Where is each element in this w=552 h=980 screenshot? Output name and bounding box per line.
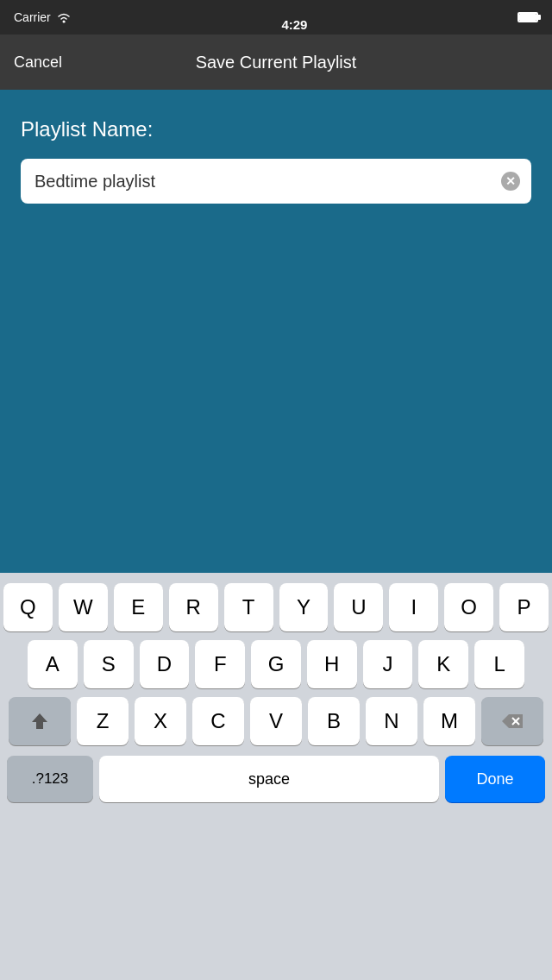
key-k[interactable]: K [418, 640, 468, 688]
key-g[interactable]: G [251, 640, 301, 688]
key-w[interactable]: W [59, 583, 108, 631]
delete-button[interactable] [481, 697, 543, 745]
keyboard-row-2: A S D F G H J K L [3, 640, 549, 688]
playlist-name-label: Playlist Name: [21, 117, 531, 141]
key-e[interactable]: E [114, 583, 163, 631]
wifi-icon [56, 11, 72, 23]
input-container: ✕ [21, 159, 531, 204]
key-i[interactable]: I [389, 583, 438, 631]
key-c[interactable]: C [192, 697, 244, 745]
key-o[interactable]: O [444, 583, 493, 631]
key-s[interactable]: S [84, 640, 134, 688]
key-n[interactable]: N [366, 697, 417, 745]
num-button[interactable]: .?123 [7, 756, 93, 802]
key-u[interactable]: U [334, 583, 383, 631]
key-a[interactable]: A [28, 640, 78, 688]
key-l[interactable]: L [474, 640, 524, 688]
svg-point-0 [62, 21, 65, 23]
key-j[interactable]: J [363, 640, 413, 688]
clear-input-button[interactable]: ✕ [500, 171, 521, 192]
key-f[interactable]: F [195, 640, 245, 688]
playlist-name-input[interactable] [21, 159, 531, 204]
clear-icon: ✕ [501, 172, 520, 191]
key-h[interactable]: H [307, 640, 357, 688]
key-m[interactable]: M [423, 697, 475, 745]
key-y[interactable]: Y [279, 583, 329, 631]
shift-button[interactable] [9, 697, 71, 745]
carrier-label: Carrier [14, 10, 51, 24]
key-r[interactable]: R [169, 583, 218, 631]
battery-fill [519, 14, 536, 21]
nav-title: Save Current Playlist [196, 53, 357, 72]
main-content: Playlist Name: ✕ [0, 90, 552, 573]
key-d[interactable]: D [140, 640, 190, 688]
status-right [518, 12, 538, 22]
key-z[interactable]: Z [77, 697, 129, 745]
key-v[interactable]: V [250, 697, 302, 745]
delete-icon [500, 713, 524, 730]
keyboard-row-3: Z X C V B N M [3, 697, 549, 745]
nav-bar: Cancel Save Current Playlist [0, 35, 552, 90]
done-button[interactable]: Done [445, 756, 545, 802]
keyboard-bottom-row: .?123 space Done [3, 756, 549, 802]
key-p[interactable]: P [499, 583, 549, 631]
key-b[interactable]: B [308, 697, 360, 745]
space-button[interactable]: space [99, 756, 439, 802]
status-left: Carrier [14, 10, 72, 24]
cancel-button[interactable]: Cancel [14, 53, 62, 72]
keyboard: Q W E R T Y U I O P A S D F G H J K L Z … [0, 573, 552, 980]
shift-icon [30, 712, 49, 731]
battery-icon [518, 12, 538, 22]
keyboard-row-1: Q W E R T Y U I O P [3, 583, 549, 631]
status-bar: Carrier 4:29 PM [0, 0, 552, 35]
key-q[interactable]: Q [3, 583, 53, 631]
svg-marker-1 [32, 713, 47, 729]
key-t[interactable]: T [224, 583, 273, 631]
key-x[interactable]: X [135, 697, 186, 745]
